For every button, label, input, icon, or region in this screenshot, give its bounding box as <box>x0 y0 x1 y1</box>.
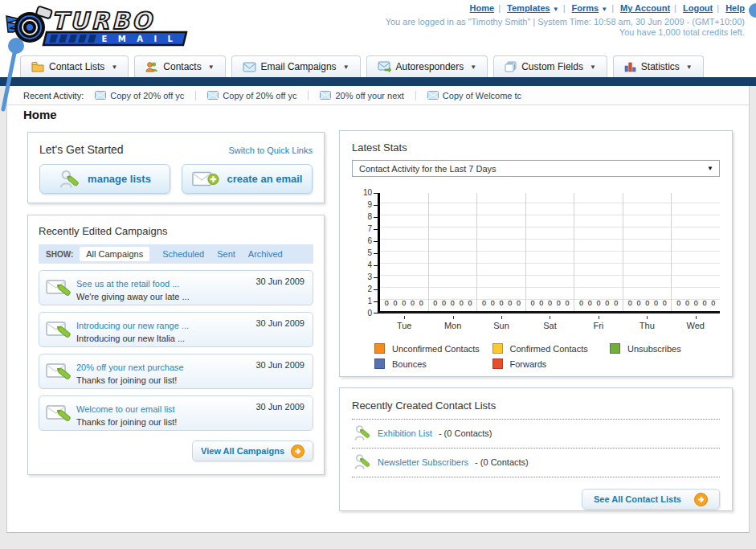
view-all-campaigns-button[interactable]: View All Campaigns <box>192 440 313 461</box>
y-tick-label: 5 <box>358 248 372 258</box>
link-help[interactable]: Help <box>725 3 745 13</box>
x-tick-label: Mon <box>428 316 476 330</box>
contact-list-link[interactable]: Newsletter Subscribers <box>378 457 468 467</box>
chevron-down-icon: ▼ <box>343 64 349 71</box>
chevron-down-icon: ▼ <box>208 64 215 71</box>
envelope-icon <box>207 91 219 100</box>
arrow-right-circle-icon <box>694 493 708 506</box>
annotation-pin-right-icon <box>745 2 756 18</box>
legend-item: Bounces <box>374 358 492 369</box>
legend-label: Bounces <box>392 359 427 369</box>
chart-day-column: 00000 <box>429 193 478 311</box>
value-label: 0 <box>645 299 649 307</box>
logo-title-text: TURBO <box>51 7 154 35</box>
campaign-date: 30 Jun 2009 <box>255 277 304 286</box>
filter-scheduled[interactable]: Scheduled <box>162 249 204 259</box>
value-label: 0 <box>385 299 389 307</box>
campaign-title-link[interactable]: 20% off your next purchase <box>76 363 184 372</box>
link-templates[interactable]: Templates <box>507 3 550 13</box>
tab-statistics[interactable]: Statistics▼ <box>613 55 704 77</box>
value-labels: 00000 <box>526 299 574 311</box>
link-forms[interactable]: Forms <box>572 3 599 13</box>
contact-list-item: Newsletter Subscribers - (0 Contacts) <box>352 449 720 477</box>
legend-item: Confirmed Contacts <box>492 343 611 354</box>
person-pencil-icon <box>353 453 371 472</box>
link-logout[interactable]: Logout <box>683 3 713 13</box>
y-tick-mark <box>374 277 378 278</box>
value-label: 0 <box>451 299 455 307</box>
y-tick-label: 8 <box>358 212 372 222</box>
campaign-title-link[interactable]: Welcome to our email list <box>76 404 175 414</box>
value-label: 0 <box>394 299 398 307</box>
recent-activity-item[interactable]: Copy of 20% off yc <box>207 91 296 100</box>
value-label: 0 <box>508 299 512 307</box>
header-links: Home| Templates ▼| Forms ▼| My Account| … <box>470 3 745 13</box>
tab-autoresponders[interactable]: Autoresponders▼ <box>366 55 488 77</box>
value-labels: 00000 <box>574 299 623 311</box>
chevron-down-icon: ▼ <box>553 6 559 13</box>
contact-list-link[interactable]: Exhibition List <box>378 428 432 438</box>
value-label: 0 <box>468 299 472 307</box>
manage-lists-button[interactable]: manage lists <box>39 164 170 194</box>
chart-day-column: 00000 <box>477 193 526 311</box>
stats-period-select[interactable]: Contact Activity for the Last 7 Days ▼ <box>352 160 720 177</box>
value-label: 0 <box>557 299 561 307</box>
value-label: 0 <box>433 299 437 307</box>
filter-archived[interactable]: Archived <box>248 249 283 259</box>
x-tick-mark <box>550 316 550 319</box>
logo-subtitle-text: E M A I L <box>101 35 177 43</box>
campaign-subtitle: Thanks for joining our list! <box>76 417 306 427</box>
recent-activity-item[interactable]: 20% off your next <box>320 91 403 100</box>
value-label: 0 <box>460 299 464 307</box>
legend-item: Unsubscribes <box>610 343 728 354</box>
y-tick-mark <box>374 217 378 218</box>
annotation-pin-left-icon <box>0 35 32 113</box>
turbo-email-logo: TURBO E M A I L <box>5 3 191 51</box>
folder-icon <box>31 61 44 72</box>
campaign-title-link[interactable]: See us at the retail food ... <box>76 279 179 289</box>
x-tick-label: Wed <box>672 316 720 330</box>
tab-custom-fields[interactable]: Custom Fields▼ <box>493 55 607 77</box>
contact-list-count: - (0 Contacts) <box>475 457 529 467</box>
contact-lists-panel: Recently Created Contact Lists Exhibitio… <box>339 387 733 511</box>
recent-activity-item[interactable]: Copy of 20% off yc <box>95 91 184 100</box>
tab-email-campaigns[interactable]: Email Campaigns▼ <box>231 55 361 77</box>
footer-strip <box>0 533 756 549</box>
switch-quick-links-link[interactable]: Switch to Quick Links <box>228 145 313 155</box>
campaign-filter-bar: SHOW: All Campaigns Scheduled Sent Archi… <box>39 244 313 264</box>
link-my-account[interactable]: My Account <box>620 3 670 13</box>
chart-day-column: 00000 <box>672 193 720 311</box>
contact-list-item: Exhibition List - (0 Contacts) <box>352 420 720 449</box>
campaigns-title: Recently Edited Campaigns <box>39 225 313 237</box>
filter-all-campaigns[interactable]: All Campaigns <box>80 247 149 261</box>
tab-label: Email Campaigns <box>261 61 337 72</box>
chart-day-column: 00000 <box>574 193 623 311</box>
y-tick-mark <box>374 241 378 242</box>
legend-item: Unconfirmed Contacts <box>374 343 492 354</box>
campaign-date: 30 Jun 2009 <box>255 402 304 412</box>
envelope-icon <box>320 91 331 100</box>
campaign-row: Welcome to our email list Thanks for joi… <box>39 395 313 431</box>
value-label: 0 <box>654 299 658 307</box>
legend-swatch <box>492 358 503 369</box>
value-label: 0 <box>411 299 415 307</box>
see-all-contact-lists-button[interactable]: See All Contact Lists <box>582 489 720 510</box>
filter-sent[interactable]: Sent <box>217 249 235 259</box>
chevron-down-icon: ▼ <box>111 64 117 71</box>
value-label: 0 <box>482 299 486 307</box>
recent-activity-item[interactable]: Copy of Welcome tc <box>427 91 521 100</box>
campaign-title-link[interactable]: Introducing our new range ... <box>76 321 189 330</box>
person-pencil-icon <box>353 424 371 443</box>
create-email-button[interactable]: create an email <box>182 164 313 194</box>
tab-contacts[interactable]: Contacts▼ <box>134 55 225 77</box>
link-home[interactable]: Home <box>470 3 495 13</box>
chart-day-column: 00000 <box>526 193 575 311</box>
tab-contact-lists[interactable]: Contact Lists▼ <box>20 55 129 77</box>
x-tick-label: Thu <box>623 316 671 330</box>
chart-plot-area: 00000000000000000000000000000000000 <box>378 193 720 313</box>
legend-swatch <box>374 358 385 369</box>
legend-swatch <box>374 343 385 354</box>
x-tick-mark <box>696 316 697 319</box>
value-label: 0 <box>517 299 521 307</box>
x-tick-label: Tue <box>380 316 428 330</box>
